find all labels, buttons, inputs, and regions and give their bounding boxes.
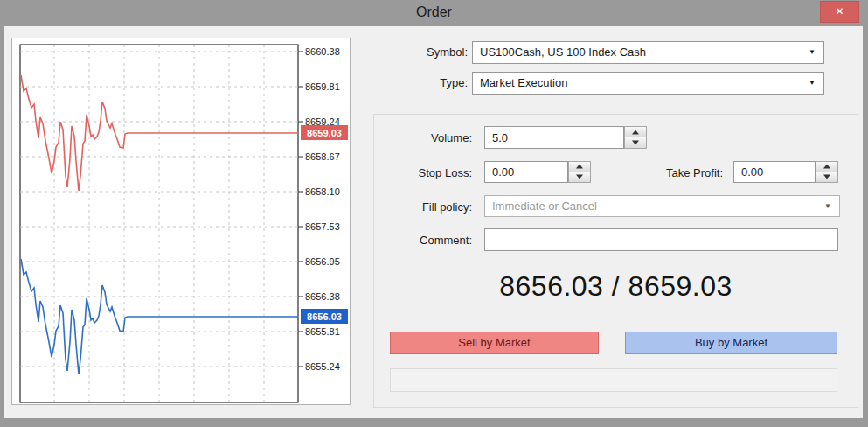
- take-profit-spinner: [816, 161, 838, 183]
- chevron-down-icon: ▼: [809, 73, 816, 94]
- stop-loss-spinner: [568, 161, 591, 183]
- type-label: Type:: [372, 76, 468, 89]
- dialog-body: 8660.388659.818659.248658.678658.108657.…: [4, 26, 863, 418]
- type-select[interactable]: Market Execution ▼: [472, 72, 824, 94]
- fill-policy-label: Fill policy:: [376, 200, 472, 214]
- tick-chart-svg: 8660.388659.818659.248658.678658.108657.…: [12, 38, 350, 404]
- comment-input[interactable]: [484, 228, 838, 251]
- volume-spinner: [624, 126, 647, 149]
- stop-loss-spin-up-button[interactable]: [569, 162, 590, 172]
- symbol-label: Symbol:: [372, 46, 468, 59]
- order-dialog: Order ✕ 8660.388659.818659.248658.678658…: [0, 0, 868, 427]
- volume-spin-up-button[interactable]: [625, 127, 646, 137]
- close-icon: ✕: [835, 5, 844, 18]
- price-axis-label: 8659.81: [305, 81, 340, 92]
- symbol-select[interactable]: US100Cash, US 100 Index Cash ▼: [472, 41, 824, 64]
- volume-label: Volume:: [376, 131, 472, 144]
- sell-by-market-button[interactable]: Sell by Market: [390, 332, 599, 354]
- price-axis-label: 8658.10: [305, 186, 340, 197]
- stop-loss-input[interactable]: [484, 161, 568, 183]
- price-axis-label: 8655.24: [305, 361, 340, 372]
- stop-loss-label: Stop Loss:: [376, 166, 472, 179]
- stop-loss-spin-down-button[interactable]: [569, 172, 590, 183]
- bid-price-tag: 8656.03: [307, 312, 342, 322]
- price-axis-label: 8656.38: [305, 291, 340, 302]
- order-parameters-group: [373, 114, 858, 408]
- spin-down-icon: [823, 175, 830, 179]
- take-profit-spin-down-button[interactable]: [816, 172, 837, 183]
- volume-spin-down-button[interactable]: [625, 137, 646, 148]
- take-profit-label: Take Profit:: [627, 166, 723, 179]
- symbol-value: US100Cash, US 100 Index Cash: [480, 42, 646, 63]
- close-button[interactable]: ✕: [820, 1, 859, 23]
- dialog-title: Order: [0, 4, 868, 20]
- order-status-bar: [390, 368, 837, 392]
- fill-policy-value: Immediate or Cancel: [492, 196, 597, 217]
- chevron-down-icon: ▼: [809, 42, 816, 63]
- buy-by-market-button[interactable]: Buy by Market: [625, 332, 837, 354]
- spin-up-icon: [632, 130, 639, 134]
- price-axis-label: 8660.38: [305, 46, 340, 57]
- comment-label: Comment:: [376, 234, 472, 247]
- price-axis-label: 8658.67: [305, 151, 340, 162]
- volume-input[interactable]: [484, 126, 624, 149]
- price-axis-label: 8656.95: [305, 256, 340, 267]
- title-bar: Order ✕: [0, 0, 868, 26]
- spin-down-icon: [576, 175, 583, 179]
- take-profit-spin-up-button[interactable]: [816, 162, 837, 172]
- fill-policy-select[interactable]: Immediate or Cancel ▼: [484, 195, 840, 217]
- chevron-down-icon: ▼: [824, 196, 831, 217]
- bid-ask-quote: 8656.03 / 8659.03: [373, 270, 858, 303]
- spin-down-icon: [632, 141, 639, 145]
- spin-up-icon: [576, 164, 583, 169]
- spin-up-icon: [823, 164, 830, 169]
- price-axis-label: 8655.81: [305, 326, 340, 337]
- ask-price-tag: 8659.03: [307, 128, 342, 138]
- tick-chart-panel: 8660.388659.818659.248658.678658.108657.…: [11, 38, 351, 405]
- type-value: Market Execution: [480, 73, 567, 94]
- price-axis-label: 8657.53: [305, 221, 340, 232]
- take-profit-input[interactable]: [733, 161, 816, 183]
